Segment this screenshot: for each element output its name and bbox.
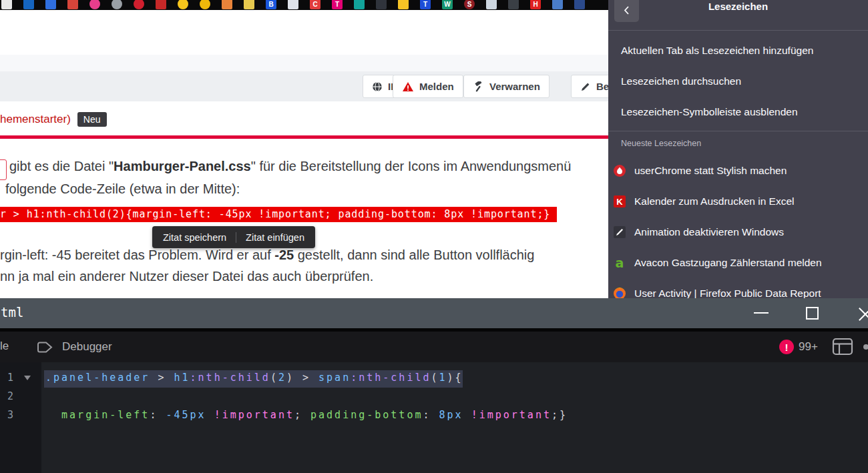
bookmark-item[interactable]: userChrome statt Stylish machen <box>614 163 868 179</box>
toolbar-favicon[interactable]: S <box>464 0 475 9</box>
new-badge: Neu <box>77 112 107 127</box>
fold-triangle-icon[interactable] <box>24 376 31 380</box>
bookmark-label: Kalender zum Ausdrucken in Excel <box>634 195 795 207</box>
text-run: gestellt, dann sind alle Button vollfläc… <box>294 248 534 262</box>
post-paragraph-4: nn ja mal ein anderer Nutzer dieser Date… <box>0 269 373 284</box>
verwarnen-button[interactable]: Verwarnen <box>463 75 550 98</box>
code-token: :nth-child <box>351 372 431 384</box>
toolbar-favicon[interactable] <box>23 0 34 9</box>
code-token: { <box>455 372 463 384</box>
toolbar-favicon[interactable] <box>398 0 409 9</box>
bearbeiten-button[interactable]: Bea <box>571 75 608 98</box>
code-token: 2 <box>278 372 286 384</box>
screen: BCTTWSH IP Melden <box>0 0 868 473</box>
code-token: !important <box>214 409 294 421</box>
quote-insert-button[interactable]: Zitat einfügen <box>246 232 304 243</box>
css-code-editor[interactable]: 1 2 3 .panel-header > h1:nth-child(2) > … <box>0 362 868 473</box>
text-run: gibt es die Datei " <box>9 159 114 173</box>
toolbar-favicon[interactable] <box>222 0 232 9</box>
toolbar-favicon[interactable] <box>112 0 122 9</box>
bookmark-label: Animation deaktivieren Windows <box>634 226 784 238</box>
code-line-3: margin-left: -45px !important; padding-b… <box>45 409 568 421</box>
toolbar-favicon[interactable] <box>354 0 365 9</box>
layout-panel-icon <box>832 338 853 356</box>
line-number: 2 <box>7 390 21 402</box>
bookmark-item[interactable]: a Avacon Gastzugang Zählerstand melden <box>614 255 868 271</box>
tab-debugger[interactable]: Debugger <box>36 332 112 362</box>
post-action-bar: IP Melden Verwarnen <box>0 71 608 101</box>
bookmark-label: Avacon Gastzugang Zählerstand melden <box>634 257 822 269</box>
code-token: ( <box>431 372 439 384</box>
code-token: : <box>423 409 439 421</box>
text-run: " für die Bereitstellung der Icons im An… <box>251 159 572 173</box>
toolbar-favicon[interactable]: B <box>266 0 276 9</box>
button-label: Bea <box>596 81 608 92</box>
window-title-fragment: tml <box>1 305 23 320</box>
code-token: ) <box>447 372 455 384</box>
toolbar-favicon[interactable] <box>134 0 144 9</box>
toolbar-favicon[interactable]: C <box>310 0 320 9</box>
code-token: span <box>318 372 351 384</box>
tooltip-divider <box>236 232 236 243</box>
toolbar-favicon[interactable] <box>508 0 519 9</box>
maximize-button[interactable] <box>806 307 819 320</box>
button-label: Melden <box>419 81 454 92</box>
toolbar-favicon[interactable] <box>376 0 387 9</box>
toolbar-favicon[interactable] <box>552 0 563 9</box>
toolbar-favicon[interactable] <box>244 0 254 9</box>
debugger-tab-label: Debugger <box>62 340 112 354</box>
bookmark-item[interactable]: K Kalender zum Ausdrucken in Excel <box>614 193 868 209</box>
code-token: > <box>150 372 174 384</box>
close-button[interactable] <box>857 306 868 319</box>
split-console-button[interactable] <box>832 338 853 358</box>
menu-item-search-bookmarks[interactable]: Lesezeichen durchsuchen <box>621 75 861 87</box>
melden-button[interactable]: Melden <box>393 75 463 98</box>
console-tab-fragment[interactable]: le <box>0 340 9 353</box>
toolbar-favicon[interactable] <box>156 0 166 9</box>
toolbar-favicon[interactable] <box>486 0 497 9</box>
toolbar-favicon[interactable] <box>178 0 188 9</box>
code-line-1: .panel-header > h1:nth-child(2) > span:n… <box>45 372 463 384</box>
post-author-meta: hemenstarter) Neu <box>0 111 107 127</box>
code-token: 1 <box>439 372 447 384</box>
bookmarks-panel: Lesezeichen Aktuellen Tab als Lesezeiche… <box>608 0 868 298</box>
post-divider-rule <box>0 135 608 139</box>
toolbar-favicon[interactable] <box>200 0 210 9</box>
bold-filename: Hamburger-Panel.css <box>114 159 251 173</box>
minimize-button[interactable] <box>754 312 769 314</box>
toolbar-favicon[interactable]: H <box>530 0 541 9</box>
toolbar-favicon[interactable] <box>1 0 12 9</box>
text-run: rgin-left: -45 bereitet das Problem. Wir… <box>0 248 274 262</box>
recent-bookmarks-caption: Neueste Lesezeichen <box>621 139 701 148</box>
code-token: ;} <box>552 409 568 421</box>
error-count-icon[interactable]: ! <box>779 340 794 354</box>
toolbar-favicon[interactable] <box>45 0 56 9</box>
bookmark-label: userChrome statt Stylish machen <box>634 165 787 177</box>
bold-value: -25 <box>274 248 294 262</box>
k-square-icon: K <box>614 195 626 207</box>
overflow-menu-icon[interactable] <box>863 344 868 350</box>
quote-save-button[interactable]: Zitat speichern <box>163 232 226 243</box>
bookmark-item[interactable]: User Activity | Firefox Public Data Repo… <box>614 286 868 298</box>
bookmark-item[interactable]: Animation deaktivieren Windows <box>614 224 868 240</box>
toolbar-favicon[interactable]: T <box>332 0 343 9</box>
toolbar-favicon[interactable] <box>288 0 298 9</box>
pencil-icon <box>580 81 591 92</box>
toolbar-favicon[interactable] <box>89 0 100 9</box>
code-token: ) <box>286 372 294 384</box>
toolbar-favicon[interactable] <box>574 0 585 9</box>
post-paragraph-2: folgende Code-Zeile (etwa in der Mitte): <box>5 181 240 197</box>
menu-item-add-bookmark[interactable]: Aktuellen Tab als Lesezeichen hinzufügen <box>621 45 861 57</box>
menu-item-hide-toolbar[interactable]: Lesezeichen-Symbolleiste ausblenden <box>621 106 861 118</box>
toolbar-favicon[interactable]: T <box>420 0 431 9</box>
toolbar-favicon[interactable] <box>67 0 78 9</box>
toolbar-favicon[interactable]: W <box>442 0 453 9</box>
pen-square-icon <box>614 226 626 238</box>
forum-page: IP Melden Verwarnen <box>0 10 608 298</box>
code-token: !important <box>471 409 552 421</box>
debugger-tag-icon <box>36 340 54 355</box>
code-token: h1 <box>174 372 190 384</box>
post-paragraph-3: rgin-left: -45 bereitet das Problem. Wir… <box>0 248 534 263</box>
code-token: : <box>150 409 166 421</box>
alert-icon <box>402 81 414 92</box>
